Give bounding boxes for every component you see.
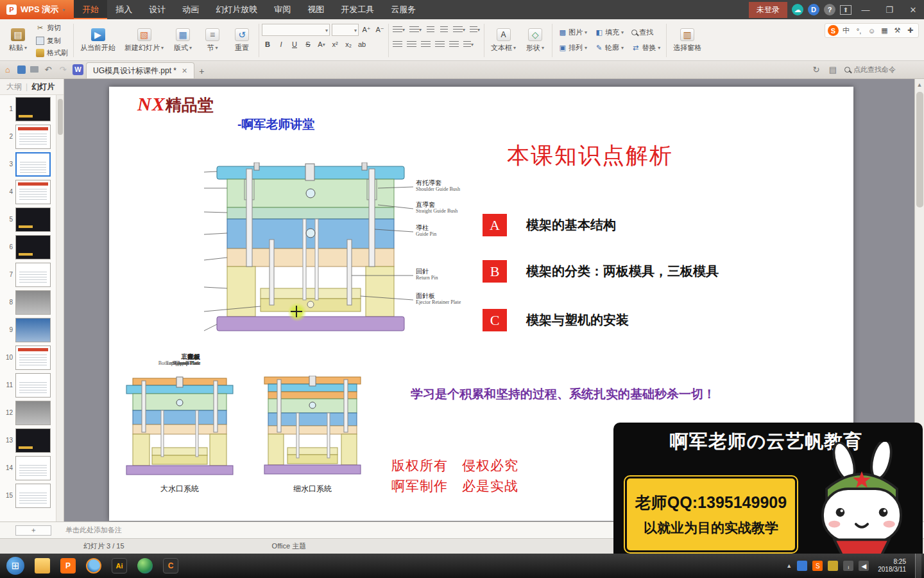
taskbar-explorer[interactable] — [30, 556, 55, 576]
save-icon[interactable] — [17, 66, 26, 74]
tab-review[interactable]: 审阅 — [266, 0, 299, 19]
layout-button[interactable]: ▦ 版式▾ — [169, 22, 197, 59]
canvas-scrollbar-thumb[interactable] — [916, 92, 923, 207]
slide-thumbnail-13[interactable]: 13 — [0, 426, 56, 454]
docer-icon[interactable]: D — [808, 4, 819, 15]
command-search-input[interactable] — [853, 66, 918, 73]
taskbar-browser[interactable] — [81, 556, 106, 576]
taskbar-wps[interactable]: P — [56, 556, 80, 576]
tray-security-icon[interactable] — [828, 561, 838, 571]
numbering-button[interactable]: ▾ — [408, 24, 423, 35]
tray-expand-icon[interactable]: ▲ — [786, 563, 792, 569]
tab-cloud[interactable]: 云服务 — [382, 0, 424, 19]
tab-view[interactable]: 视图 — [299, 0, 332, 19]
tab-home[interactable]: 开始 — [74, 0, 107, 19]
increase-indent-button[interactable] — [438, 24, 450, 35]
bullets-button[interactable]: ▾ — [391, 24, 406, 35]
new-document-tab-button[interactable]: + — [194, 64, 209, 78]
tab-slideshow[interactable]: 幻灯片放映 — [207, 0, 266, 19]
ime-chinese-mode[interactable]: 中 — [841, 25, 851, 36]
start-button[interactable]: ⊞ — [6, 557, 24, 575]
shape-button[interactable]: ◇ 形状▾ — [521, 22, 549, 59]
ime-keyboard-icon[interactable]: ▦ — [879, 25, 890, 36]
subscript-button[interactable]: x₂ — [343, 39, 354, 50]
slide-thumbnail-6[interactable]: 6 — [0, 233, 56, 261]
columns-button[interactable]: ▾ — [462, 39, 475, 50]
slide-thumbnail-7[interactable]: 7 — [0, 261, 56, 288]
sync-icon[interactable]: ↻ — [811, 64, 821, 74]
point-a[interactable]: A 模架的基本结构 — [483, 214, 616, 236]
scroll-up-icon[interactable]: ▲ — [915, 82, 924, 88]
tray-sogou-icon[interactable]: S — [812, 561, 823, 571]
slides-tab[interactable]: 幻灯片 — [31, 82, 55, 92]
tray-display-icon[interactable] — [797, 561, 807, 571]
app-logo[interactable]: P WPS 演示 ▾ — [0, 0, 74, 19]
copyright-line-2[interactable]: 啊军制作 必是实战 — [391, 477, 518, 495]
play-from-current-button[interactable]: ▶ 从当前开始 — [76, 22, 119, 59]
restore-button[interactable]: ❐ — [880, 5, 899, 15]
align-right-button[interactable] — [420, 39, 432, 50]
replace-button[interactable]: ⇄替换▾ — [628, 41, 663, 54]
brand-logo[interactable]: NX精品堂 — [137, 93, 214, 116]
outline-button[interactable]: ✎轮廓▾ — [592, 41, 627, 54]
format-painter-button[interactable]: 格式刷 — [33, 48, 71, 58]
add-slide-button[interactable]: ＋ — [15, 525, 51, 536]
slide-thumbnail-2[interactable]: 2 — [0, 123, 56, 150]
slide-thumbnail-4[interactable]: 4 — [0, 178, 56, 206]
strikethrough-button[interactable]: S — [302, 39, 314, 50]
document-tab[interactable]: UG模具设计标课件.ppt * ✕ — [86, 62, 194, 78]
motto-text[interactable]: 学习是个积累和坚持的过程、系统扎实的基础秒杀一切！ — [411, 386, 715, 403]
sogou-icon[interactable]: S — [828, 25, 839, 36]
volume-icon[interactable]: ◀ — [859, 561, 869, 571]
notes-placeholder[interactable]: 单击此处添加备注 — [65, 525, 122, 535]
copy-button[interactable]: 复制 — [33, 35, 71, 46]
section-button[interactable]: ≡ 节▾ — [198, 22, 227, 59]
taskbar-clock[interactable]: 8:25 2018/3/11 — [878, 558, 906, 574]
command-search[interactable] — [844, 66, 918, 73]
ime-punctuation[interactable]: °, — [853, 25, 864, 36]
picture-button[interactable]: ▩图片▾ — [555, 26, 590, 39]
slide-thumbnail-10[interactable]: 10 — [0, 344, 56, 371]
close-button[interactable]: ✕ — [903, 5, 923, 15]
cut-button[interactable]: ✂剪切 — [33, 22, 71, 33]
find-button[interactable]: 查找 — [628, 26, 663, 39]
taskbar-sphere-app[interactable] — [133, 556, 157, 576]
align-left-button[interactable] — [391, 39, 404, 50]
slide-thumbnail-15[interactable]: 15 — [0, 482, 56, 509]
thumbnail-scrollbar[interactable] — [56, 95, 64, 521]
taskbar-illustrator[interactable]: Ai — [107, 556, 132, 576]
paste-button[interactable]: ▤ 粘贴▾ — [4, 22, 32, 59]
line-spacing-button[interactable]: ▾ — [452, 24, 466, 35]
slide-title[interactable]: 本课知识点解析 — [507, 141, 673, 171]
font-family-select[interactable]: ▾ — [262, 24, 330, 36]
selection-pane-button[interactable]: ▥ 选择窗格 — [669, 22, 705, 59]
slide-thumbnail-8[interactable]: 8 — [0, 288, 56, 316]
decrease-indent-button[interactable] — [425, 24, 436, 35]
point-c[interactable]: C 模架与塑机的安装 — [483, 309, 629, 331]
ime-emoji-icon[interactable]: ☺ — [866, 25, 877, 36]
highlight-button[interactable]: ab — [356, 39, 368, 50]
fill-button[interactable]: ◧填充▾ — [592, 26, 627, 39]
slide-thumbnail-1[interactable]: 1 — [0, 95, 56, 123]
italic-button[interactable]: I — [275, 39, 287, 50]
new-slide-button[interactable]: ▧ 新建幻灯片▾ — [121, 22, 167, 59]
ime-toolbox-icon[interactable]: ⚒ — [892, 25, 903, 36]
outline-tab[interactable]: 大纲 — [6, 82, 22, 92]
slide-thumbnail-11[interactable]: 11 — [0, 371, 56, 399]
font-size-select[interactable]: ▾ — [332, 24, 359, 36]
distribute-button[interactable] — [448, 39, 460, 50]
cloud-sync-icon[interactable]: ☁ — [792, 4, 803, 15]
reset-button[interactable]: ↺ 重置 — [228, 22, 256, 59]
increase-font-button[interactable]: A⁺ — [361, 24, 372, 35]
login-button[interactable]: 未登录 — [749, 2, 787, 18]
text-direction-button[interactable]: ▾ — [468, 24, 481, 35]
network-icon[interactable]: ᵢ — [843, 561, 853, 571]
slide-thumbnail-5[interactable]: 5 — [0, 206, 56, 233]
align-center-button[interactable] — [406, 39, 418, 50]
close-document-icon[interactable]: ✕ — [182, 67, 187, 75]
slide-thumbnail-3[interactable]: 3 — [0, 150, 56, 178]
superscript-button[interactable]: x² — [329, 39, 341, 50]
ime-wrench-icon[interactable]: ✚ — [905, 25, 916, 36]
undo-icon[interactable]: ↶ — [43, 64, 53, 74]
mold-structure-diagram[interactable]: 工字板Top Clamp Plate A 板A Plate 推板Stripper… — [121, 162, 474, 351]
